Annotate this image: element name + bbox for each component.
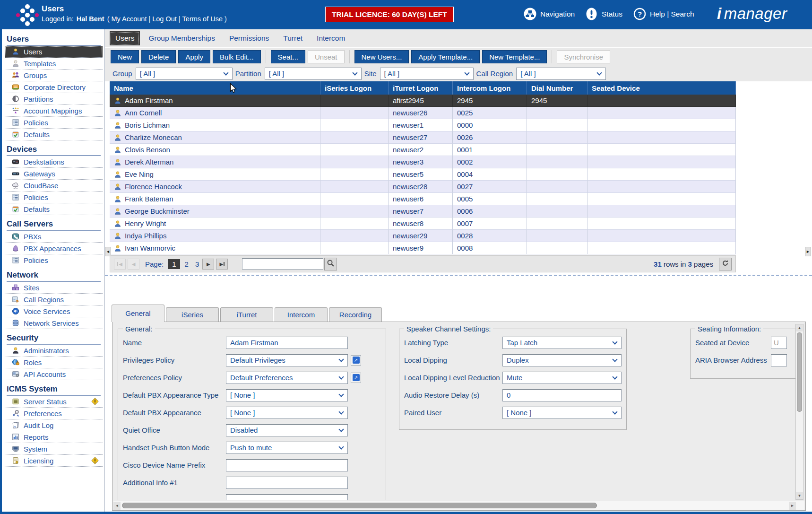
column-header-iturret-logon[interactable]: iTurret Logon [389, 81, 453, 95]
table-search-input[interactable] [242, 258, 323, 270]
aria-browser-address-input[interactable] [771, 354, 787, 366]
page-number-2[interactable]: 2 [185, 260, 189, 268]
local-dipping-select[interactable]: Duplex [502, 354, 622, 366]
default-pbx-appearance-type-select[interactable]: [ None ] [226, 389, 348, 401]
site-filter-select[interactable]: [ All ] [380, 68, 474, 80]
cisco-device-name-prefix-input[interactable] [226, 459, 348, 471]
table-row-charlize-monecan[interactable]: Charlize Monecannewuser270026 [110, 131, 736, 144]
group-filter-select[interactable]: [ All ] [136, 68, 233, 80]
sidebar-item-pbxs[interactable]: PBXs [5, 231, 103, 243]
tab-users[interactable]: Users [110, 31, 140, 45]
vertical-scroll-thumb[interactable] [797, 332, 802, 412]
table-row-george-buckminster[interactable]: George Buckminsternewuser70006 [110, 205, 736, 218]
detail-tab-iturret[interactable]: iTurret [220, 307, 273, 322]
sidebar-item-roles[interactable]: Roles [5, 357, 103, 368]
x-input[interactable] [226, 494, 348, 501]
sidebar-item-policies[interactable]: Policies [5, 254, 103, 266]
help-search-menu[interactable]: ? Help | Search [633, 8, 694, 20]
sidebar-item-reports[interactable]: Reports [5, 431, 103, 443]
sidebar-item-defaults[interactable]: Defaults [5, 129, 103, 140]
table-row-indya-phillips[interactable]: Indya Phillipsnewuser290028 [110, 230, 736, 242]
table-row-derek-alterman[interactable]: Derek Altermannewuser30002 [110, 156, 736, 168]
tab-turret[interactable]: Turret [277, 31, 308, 45]
table-row-clovis-benson[interactable]: Clovis Bensonnewuser20001 [110, 144, 736, 156]
detail-tab-general[interactable]: General [112, 305, 164, 322]
audio-restore-delay-s-input[interactable] [502, 389, 622, 401]
collapse-sidebar-handle[interactable]: ◄ [105, 247, 111, 256]
sidebar-item-system[interactable]: System [5, 443, 103, 455]
detail-tab-intercom[interactable]: Intercom [275, 307, 328, 322]
handset-push-button-mode-select[interactable]: Push to mute [226, 442, 348, 454]
table-row-adam-firstman[interactable]: Adam Firstmanafirst294529452945 [110, 95, 736, 107]
detail-tab-iseries[interactable]: iSeries [166, 307, 219, 322]
new-template-button[interactable]: New Template... [482, 50, 547, 63]
bulk-edit-button[interactable]: Bulk Edit... [213, 50, 261, 63]
table-row-boris-lichman[interactable]: Boris Lichmannewuser10000 [110, 119, 736, 131]
table-row-ann-cornell[interactable]: Ann Cornellnewuser260025 [110, 107, 736, 119]
apply-template-button[interactable]: Apply Template... [411, 50, 480, 63]
search-button[interactable] [324, 258, 337, 270]
paired-user-select[interactable]: [ None ] [502, 407, 622, 419]
sidebar-item-server-status[interactable]: Server Status [5, 396, 103, 408]
log-out-link[interactable]: Log Out [152, 15, 177, 23]
column-header-name[interactable]: Name [110, 81, 320, 95]
refresh-button[interactable] [719, 258, 732, 270]
sidebar-item-audit-log[interactable]: Audit Log [5, 419, 103, 431]
sidebar-item-preferences[interactable]: Preferences [5, 408, 103, 419]
column-header-intercom-logon[interactable]: Intercom Logon [453, 81, 527, 95]
horizontal-splitter[interactable] [105, 275, 812, 276]
column-header-seated-device[interactable]: Seated Device [587, 81, 736, 95]
sidebar-item-policies[interactable]: Policies [5, 192, 103, 203]
name-input[interactable] [226, 337, 348, 349]
sidebar-item-network-services[interactable]: Network Services [5, 317, 103, 329]
sidebar-item-administrators[interactable]: Administrators [5, 345, 103, 357]
terms-of-use-link[interactable]: Terms of Use [182, 15, 223, 23]
quiet-office-select[interactable]: Disabled [226, 424, 348, 436]
sidebar-item-gateways[interactable]: Gateways [5, 168, 103, 180]
vertical-scrollbar[interactable]: ▲ ▼ [795, 324, 803, 500]
table-row-henry-wright[interactable]: Henry Wrightnewuser80007 [110, 218, 736, 230]
my-account-link[interactable]: My Account [111, 15, 147, 23]
table-row-florence-hancock[interactable]: Florence Hancocknewuser280027 [110, 181, 736, 193]
horizontal-scrollbar[interactable]: ◄ ► [113, 501, 804, 510]
table-row-frank-bateman[interactable]: Frank Batemannewuser60005 [110, 193, 736, 205]
status-menu[interactable]: Status [585, 8, 622, 20]
scroll-up-arrow[interactable]: ▲ [796, 324, 803, 331]
tab-group-memberships[interactable]: Group Memberships [143, 31, 220, 45]
column-header-dial-number[interactable]: Dial Number [527, 81, 587, 95]
table-row-eve-ning[interactable]: Eve Ningnewuser50004 [110, 168, 736, 181]
sidebar-item-templates[interactable]: Templates [5, 58, 103, 70]
preferences-policy-select[interactable]: Default Preferences [226, 372, 348, 384]
sidebar-item-account-mappings[interactable]: Account Mappings [5, 105, 103, 117]
new-users-button[interactable]: New Users... [354, 50, 409, 63]
new-button[interactable]: New [111, 50, 139, 63]
apply-button[interactable]: Apply [178, 50, 210, 63]
sidebar-item-sites[interactable]: Sites [5, 282, 103, 294]
partition-filter-select[interactable]: [ All ] [265, 68, 362, 80]
collapse-right-handle[interactable]: ► [805, 247, 811, 256]
page-number-3[interactable]: 3 [195, 260, 199, 268]
sidebar-item-groups[interactable]: Groups [5, 70, 103, 81]
detail-tab-recording[interactable]: Recording [329, 307, 382, 322]
sidebar-item-deskstations[interactable]: Deskstations [5, 156, 103, 168]
sidebar-item-policies[interactable]: Policies [5, 117, 103, 129]
sidebar-item-partitions[interactable]: Partitions [5, 93, 103, 105]
local-dipping-level-reduction-select[interactable]: Mute [502, 372, 622, 384]
scroll-right-arrow[interactable]: ► [789, 502, 796, 510]
call-region-filter-select[interactable]: [ All ] [516, 68, 606, 80]
tab-permissions[interactable]: Permissions [224, 31, 275, 45]
delete-button[interactable]: Delete [141, 50, 176, 63]
scroll-left-arrow[interactable]: ◄ [113, 502, 121, 510]
scroll-down-arrow[interactable]: ▼ [796, 492, 803, 499]
sidebar-item-call-regions[interactable]: Call Regions [5, 294, 103, 305]
sidebar-item-pbx-appearances[interactable]: PBX Appearances [5, 243, 103, 254]
default-pbx-appearance-select[interactable]: [ None ] [226, 407, 348, 419]
sidebar-item-corporate-directory[interactable]: Corporate Directory [5, 81, 103, 93]
sidebar-item-defaults[interactable]: Defaults [5, 203, 103, 215]
seat-button[interactable]: Seat... [271, 50, 305, 63]
sidebar-item-users[interactable]: Users [5, 46, 103, 58]
sidebar-item-api-accounts[interactable]: API Accounts [5, 368, 103, 380]
open-preferences-policy-button[interactable]: ↗ [351, 373, 361, 383]
navigation-menu[interactable]: Navigation [524, 8, 575, 20]
latching-type-select[interactable]: Tap Latch [502, 337, 622, 349]
